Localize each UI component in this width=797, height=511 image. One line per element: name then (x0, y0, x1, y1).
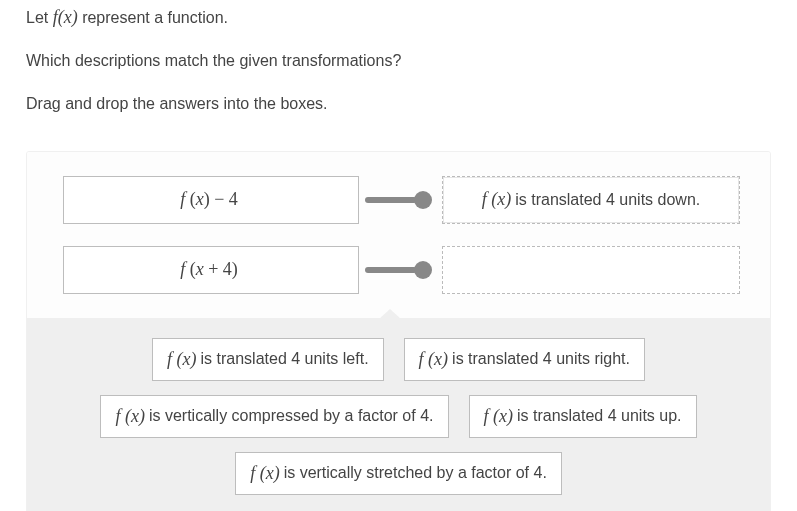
answer-bank: f (x) is translated 4 units left. f (x) … (27, 318, 770, 511)
math-fx: f(x) (53, 7, 78, 27)
math-fx: f (x) (482, 189, 511, 210)
math-fx: f (x) (250, 463, 279, 484)
chip-text: is translated 4 units right. (452, 350, 630, 368)
match-row: f (x) − 4 f (x) is translated 4 units do… (63, 176, 740, 224)
drop-zone[interactable] (442, 246, 740, 294)
answer-chip[interactable]: f (x) is vertically stretched by a facto… (235, 452, 562, 495)
match-zone: f (x) − 4 f (x) is translated 4 units do… (27, 152, 770, 318)
pointer-icon (379, 309, 401, 319)
workarea: f (x) − 4 f (x) is translated 4 units do… (26, 151, 771, 511)
drop-text: is translated 4 units down. (515, 191, 700, 209)
answer-chip[interactable]: f (x) is translated 4 units left. (152, 338, 384, 381)
drop-zone[interactable]: f (x) is translated 4 units down. (442, 176, 740, 224)
instruction-line-3: Drag and drop the answers into the boxes… (26, 94, 771, 115)
text: represent a function. (82, 9, 228, 26)
text: Let (26, 9, 53, 26)
answer-chip[interactable]: f (x) is translated 4 units right. (404, 338, 645, 381)
connector-icon (365, 191, 432, 209)
bank-row: f (x) is translated 4 units left. f (x) … (55, 338, 742, 381)
connector-icon (365, 261, 432, 279)
math-fx: f (x) (167, 349, 196, 370)
answer-chip[interactable]: f (x) is translated 4 units up. (469, 395, 697, 438)
math-fx: f (x) (419, 349, 448, 370)
prompt-box: f (x) − 4 (63, 176, 359, 224)
prompt-expression: f (x) − 4 (180, 189, 238, 210)
instruction-line-2: Which descriptions match the given trans… (26, 51, 771, 72)
bank-row: f (x) is vertically compressed by a fact… (55, 395, 742, 438)
chip-text: is translated 4 units left. (201, 350, 369, 368)
chip-text: is translated 4 units up. (517, 407, 682, 425)
chip-text: is vertically stretched by a factor of 4… (284, 464, 547, 482)
math-fx: f (x) (484, 406, 513, 427)
math-fx: f (x) (115, 406, 144, 427)
instructions: Let f(x) represent a function. Which des… (26, 6, 771, 115)
instruction-line-1: Let f(x) represent a function. (26, 6, 771, 29)
bank-row: f (x) is vertically stretched by a facto… (55, 452, 742, 495)
prompt-box: f (x + 4) (63, 246, 359, 294)
match-row: f (x + 4) (63, 246, 740, 294)
prompt-expression: f (x + 4) (180, 259, 238, 280)
chip-text: is vertically compressed by a factor of … (149, 407, 434, 425)
answer-chip[interactable]: f (x) is vertically compressed by a fact… (100, 395, 448, 438)
